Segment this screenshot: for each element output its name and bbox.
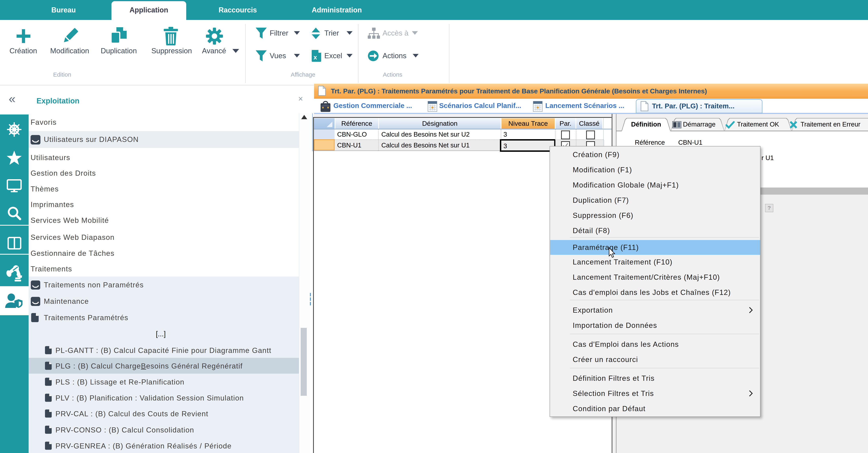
svg-text:x: x	[313, 54, 317, 61]
